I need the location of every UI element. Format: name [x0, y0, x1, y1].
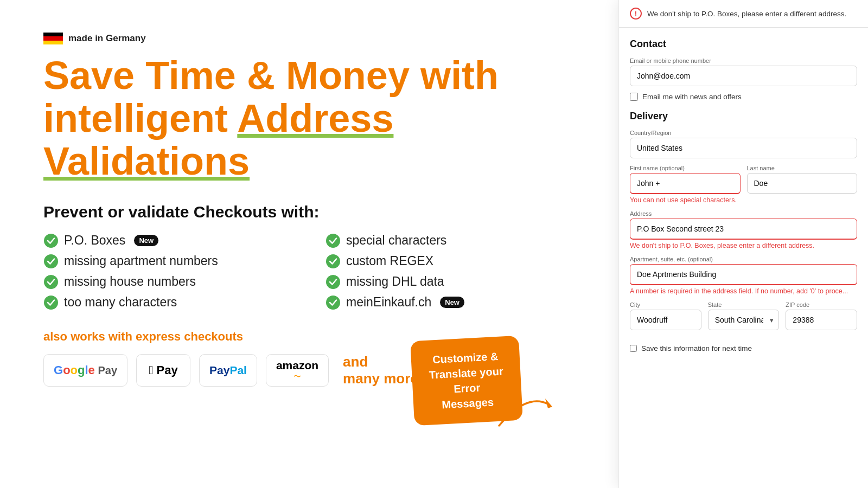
check-icon-8: [326, 295, 341, 310]
gpay-logo: Google Pay: [43, 354, 127, 387]
feature-dhl-text: missing DHL data: [346, 274, 444, 289]
lastname-input[interactable]: [747, 173, 858, 194]
check-icon-3: [43, 254, 59, 269]
feature-mein-text: meinEinkauf.ch: [346, 295, 431, 310]
country-label: Country/Region: [630, 130, 857, 136]
firstname-label: First name (optional): [630, 165, 741, 171]
firstname-input[interactable]: [630, 173, 741, 194]
feature-chars-text: too many characters: [64, 295, 177, 310]
form-body: Contact Email or mobile phone number Ema…: [619, 28, 868, 488]
state-select[interactable]: South Carolina Alabama Alaska Arizona Ca…: [708, 310, 780, 330]
feature-house: missing house numbers: [43, 274, 304, 290]
email-input[interactable]: [630, 66, 857, 86]
feature-regex-text: custom REGEX: [346, 254, 433, 268]
mein-new-badge: New: [440, 297, 464, 308]
country-select[interactable]: United States Germany United Kingdom: [630, 138, 857, 158]
and-many-more-text: andmany more: [343, 354, 418, 387]
error-icon: !: [630, 8, 642, 20]
city-state-zip-row: City State South Carolina Alabama Alaska…: [630, 301, 857, 337]
email-label: Email or mobile phone number: [630, 57, 857, 64]
svg-point-7: [326, 296, 340, 310]
made-in-germany-badge: made in Germany: [43, 33, 586, 44]
check-icon: [43, 233, 59, 248]
german-flag-icon: [43, 33, 63, 44]
feature-apt-text: missing apartment numbers: [64, 254, 218, 268]
save-checkbox[interactable]: [630, 345, 637, 352]
city-input[interactable]: [630, 310, 701, 330]
feature-chars: too many characters: [43, 295, 304, 310]
address-group: Address We don't ship to P.O. Boxes, ple…: [630, 210, 857, 249]
state-group: State South Carolina Alabama Alaska Ariz…: [708, 301, 780, 330]
state-label: State: [708, 301, 780, 308]
address-error: We don't ship to P.O. Boxes, please ente…: [630, 242, 857, 249]
lastname-label: Last name: [747, 165, 858, 171]
contact-section-title: Contact: [630, 38, 857, 50]
headline: Save Time & Money with intelligent Addre…: [43, 54, 586, 183]
apt-input[interactable]: [630, 264, 857, 285]
paypal-logo: PayPal: [199, 354, 257, 387]
po-boxes-new-badge: New: [134, 235, 158, 246]
special-char-error: You can not use special characters.: [630, 196, 741, 204]
name-row: First name (optional) You can not use sp…: [630, 165, 857, 210]
zip-group: ZIP code: [786, 301, 857, 330]
feature-house-text: missing house numbers: [64, 274, 196, 289]
checkout-form-panel: ! We don't ship to P.O. Boxes, please en…: [618, 0, 868, 488]
feature-po-boxes: P.O. Boxes New: [43, 233, 304, 248]
svg-point-6: [44, 296, 58, 310]
firstname-group: First name (optional) You can not use sp…: [630, 165, 741, 204]
arrow-icon: [494, 382, 559, 436]
zip-input[interactable]: [786, 310, 857, 330]
check-icon-7: [43, 295, 59, 310]
feature-special-chars: special characters: [326, 233, 586, 248]
save-checkbox-row: Save this information for next time: [630, 344, 857, 352]
headline-line2: intelligent Address Validations: [43, 97, 586, 183]
country-group: Country/Region United States Germany Uni…: [630, 130, 857, 158]
delivery-section-title: Delivery: [630, 111, 857, 122]
svg-point-3: [326, 254, 340, 268]
svg-point-5: [326, 275, 340, 289]
svg-point-4: [44, 275, 58, 289]
check-icon-4: [326, 254, 341, 269]
amazon-logo: amazon 〜: [266, 354, 329, 387]
email-checkbox-label: Email me with news and offers: [642, 93, 742, 101]
svg-point-0: [44, 234, 58, 248]
features-grid: P.O. Boxes New special characters missin…: [43, 233, 586, 310]
prevent-title: Prevent or validate Checkouts with:: [43, 203, 586, 221]
error-banner-text: We don't ship to P.O. Boxes, please ente…: [647, 10, 846, 18]
city-group: City: [630, 301, 701, 330]
check-icon-6: [326, 274, 341, 290]
feature-apt: missing apartment numbers: [43, 254, 304, 269]
feature-dhl: missing DHL data: [326, 274, 586, 290]
email-group: Email or mobile phone number: [630, 57, 857, 86]
address-label: Address: [630, 210, 857, 217]
check-icon-5: [43, 274, 59, 290]
headline-line1: Save Time & Money with: [43, 54, 586, 97]
headline-highlight: Address Validations: [43, 97, 393, 183]
state-wrapper: South Carolina Alabama Alaska Arizona Ca…: [708, 310, 780, 330]
email-checkbox-row: Email me with news and offers: [630, 93, 857, 101]
email-checkbox[interactable]: [630, 93, 638, 101]
svg-point-1: [326, 234, 340, 248]
address-input[interactable]: [630, 219, 857, 240]
applepay-logo:  Pay: [136, 354, 190, 387]
zip-label: ZIP code: [786, 301, 857, 308]
feature-po-boxes-text: P.O. Boxes: [64, 233, 125, 248]
apt-label: Apartment, suite, etc. (optional): [630, 256, 857, 262]
error-banner: ! We don't ship to P.O. Boxes, please en…: [619, 0, 868, 28]
lastname-group: Last name: [747, 165, 858, 204]
save-checkbox-label: Save this information for next time: [641, 344, 752, 352]
apt-group: Apartment, suite, etc. (optional) A numb…: [630, 256, 857, 295]
svg-point-2: [44, 254, 58, 268]
feature-special-chars-text: special characters: [346, 233, 446, 248]
check-icon-2: [326, 233, 341, 248]
feature-regex: custom REGEX: [326, 254, 586, 269]
apt-error: A number is required in the address fiel…: [630, 287, 857, 295]
feature-mein: meinEinkauf.ch New: [326, 295, 586, 310]
city-label: City: [630, 301, 701, 308]
made-in-germany-text: made in Germany: [68, 33, 146, 44]
